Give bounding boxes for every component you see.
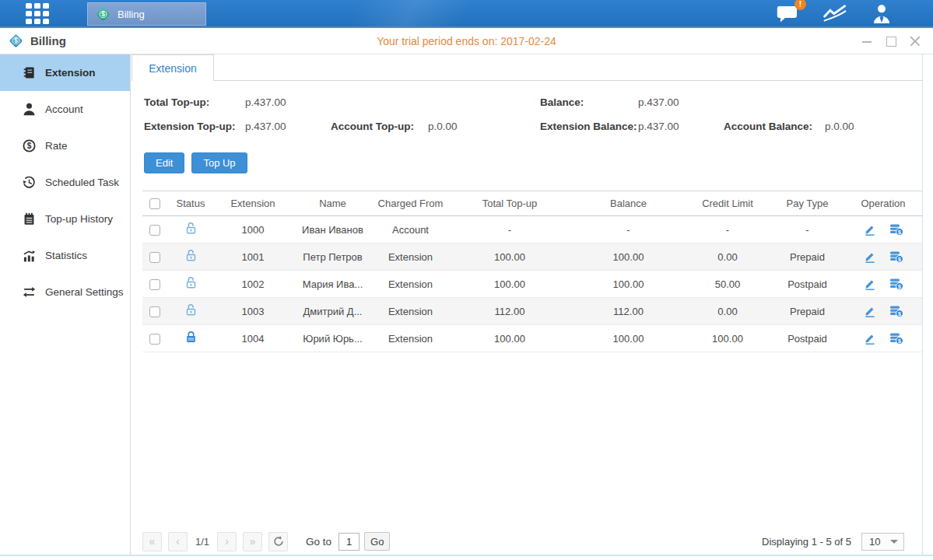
credit-limit-cell: 50.00 bbox=[685, 271, 770, 298]
table-header-row: Status Extension Name Charged From Total… bbox=[142, 191, 922, 216]
edit-extension-icon[interactable] bbox=[864, 305, 876, 317]
edit-extension-icon[interactable] bbox=[864, 223, 876, 236]
charged-from-cell: Extension bbox=[374, 243, 447, 271]
sidebar-item-rate[interactable]: $ Rate bbox=[0, 128, 130, 164]
top-up-extension-icon[interactable]: $ bbox=[889, 278, 903, 290]
edit-extension-icon[interactable] bbox=[864, 332, 876, 345]
extension-icon bbox=[23, 66, 36, 79]
table-row: 1002Мария Ива...Extension100.00100.0050.… bbox=[142, 271, 922, 298]
svg-text:$: $ bbox=[898, 338, 901, 345]
sidebar-item-label: Account bbox=[45, 103, 83, 115]
credit-limit-cell: - bbox=[685, 216, 770, 243]
tab-extension[interactable]: Extension bbox=[132, 54, 214, 81]
goto-label: Go to bbox=[306, 536, 331, 548]
col-operation: Operation bbox=[844, 191, 922, 216]
scheduled-task-icon bbox=[23, 176, 36, 189]
app-tab-billing[interactable]: $ Billing bbox=[87, 2, 206, 26]
row-checkbox[interactable] bbox=[149, 306, 160, 317]
extension-cell: 1002 bbox=[214, 271, 292, 298]
lock-open-icon bbox=[184, 276, 198, 289]
table-row: 1004Юрий Юрь...Extension100.00100.00100.… bbox=[142, 325, 922, 352]
refresh-button[interactable] bbox=[268, 532, 288, 551]
sidebar: Extension Account $ Rate Scheduled T bbox=[0, 54, 131, 555]
maximize-icon[interactable] bbox=[886, 36, 896, 47]
lock-open-icon bbox=[184, 249, 198, 262]
goto-page-input[interactable] bbox=[338, 533, 360, 551]
total-topup-cell: 100.00 bbox=[447, 243, 572, 271]
charged-from-cell: Account bbox=[374, 216, 447, 243]
row-checkbox[interactable] bbox=[149, 334, 160, 345]
credit-limit-cell: 100.00 bbox=[685, 325, 770, 352]
general-settings-icon bbox=[23, 285, 36, 299]
user-account-icon[interactable] bbox=[871, 4, 893, 23]
charged-from-cell: Extension bbox=[374, 325, 447, 352]
account-topup-value: p.0.00 bbox=[428, 121, 458, 132]
balance-value: p.437.00 bbox=[638, 96, 679, 108]
col-extension: Extension bbox=[214, 191, 292, 216]
balance-cell: 112.00 bbox=[572, 298, 685, 325]
topup-history-icon bbox=[23, 212, 36, 226]
total-topup-label: Total Top-up: bbox=[144, 96, 245, 108]
sidebar-item-extension[interactable]: Extension bbox=[0, 54, 130, 91]
total-topup-value: p.437.00 bbox=[245, 96, 286, 108]
account-icon bbox=[23, 103, 36, 116]
trial-notice: Your trial period ends on: 2017-02-24 bbox=[0, 35, 933, 47]
balance-label: Balance: bbox=[540, 96, 638, 108]
pay-type-cell: - bbox=[770, 216, 844, 243]
messages-icon[interactable]: ! bbox=[776, 4, 799, 23]
operation-cell: $ bbox=[844, 271, 922, 298]
lock-open-icon bbox=[184, 303, 198, 317]
sidebar-item-general-settings[interactable]: General Settings bbox=[0, 274, 130, 310]
charged-from-cell: Extension bbox=[374, 298, 447, 325]
sidebar-item-topup-history[interactable]: Top-up History bbox=[0, 201, 130, 237]
name-cell: Юрий Юрь... bbox=[292, 325, 374, 352]
extension-cell: 1003 bbox=[214, 298, 292, 325]
sidebar-item-label: Extension bbox=[45, 67, 96, 79]
go-button[interactable]: Go bbox=[364, 532, 390, 551]
select-all-checkbox[interactable] bbox=[149, 198, 160, 209]
window-bottom-edge bbox=[0, 555, 933, 560]
sidebar-item-scheduled-task[interactable]: Scheduled Task bbox=[0, 164, 130, 201]
top-up-button[interactable]: Top Up bbox=[191, 152, 247, 173]
pay-type-cell: Prepaid bbox=[770, 243, 844, 271]
total-topup-cell: 100.00 bbox=[447, 271, 572, 298]
svg-text:$: $ bbox=[898, 257, 901, 263]
edit-extension-icon[interactable] bbox=[864, 278, 876, 290]
resource-monitor-icon[interactable] bbox=[823, 4, 847, 23]
prev-page-button[interactable]: ‹ bbox=[168, 532, 188, 551]
account-balance-label: Account Balance: bbox=[724, 121, 825, 132]
balance-cell: 100.00 bbox=[572, 325, 685, 352]
last-page-button[interactable]: » bbox=[243, 532, 262, 551]
account-topup-label: Account Top-up: bbox=[331, 121, 428, 132]
billing-diamond-icon: $ bbox=[95, 6, 111, 23]
edit-extension-icon[interactable] bbox=[864, 250, 876, 263]
top-up-extension-icon[interactable]: $ bbox=[889, 305, 903, 317]
app-launcher-icon[interactable] bbox=[26, 3, 49, 24]
row-checkbox[interactable] bbox=[149, 252, 160, 263]
next-page-button[interactable]: › bbox=[217, 532, 237, 551]
operation-cell: $ bbox=[844, 298, 922, 325]
first-page-button[interactable]: « bbox=[142, 532, 162, 551]
minimize-icon[interactable] bbox=[861, 36, 872, 47]
close-icon[interactable] bbox=[910, 36, 921, 47]
top-up-extension-icon[interactable]: $ bbox=[889, 250, 903, 263]
col-balance: Balance bbox=[572, 191, 685, 216]
credit-limit-cell: 0.00 bbox=[685, 243, 770, 271]
extension-balance-value: p.437.00 bbox=[638, 121, 724, 132]
edit-button[interactable]: Edit bbox=[144, 152, 184, 173]
table-row: 1001Петр ПетровExtension100.00100.000.00… bbox=[142, 243, 922, 271]
col-pay-type: Pay Type bbox=[770, 191, 844, 216]
sidebar-item-label: Scheduled Task bbox=[45, 177, 119, 188]
top-up-extension-icon[interactable]: $ bbox=[889, 223, 903, 236]
row-checkbox[interactable] bbox=[149, 279, 160, 290]
top-up-extension-icon[interactable]: $ bbox=[889, 332, 903, 345]
balance-summary: Total Top-up: p.437.00 Extension Top-up:… bbox=[144, 90, 922, 138]
sidebar-item-statistics[interactable]: Statistics bbox=[0, 237, 130, 274]
page-size-dropdown[interactable]: 10 bbox=[861, 533, 904, 551]
row-checkbox[interactable] bbox=[149, 225, 160, 236]
status-cell bbox=[167, 271, 214, 298]
svg-text:$: $ bbox=[898, 311, 901, 317]
sidebar-item-account[interactable]: Account bbox=[0, 91, 130, 128]
status-cell bbox=[167, 298, 214, 325]
pay-type-cell: Prepaid bbox=[770, 298, 844, 325]
